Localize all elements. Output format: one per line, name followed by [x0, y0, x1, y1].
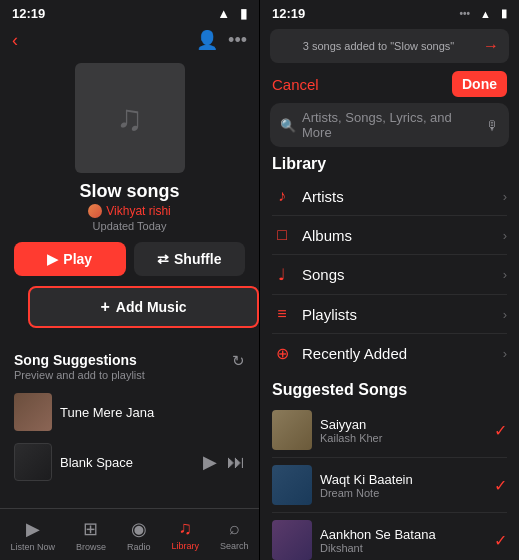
- search-input[interactable]: Artists, Songs, Lyrics, and More: [302, 110, 480, 140]
- battery-right-icon: ▮: [501, 7, 507, 20]
- right-status-bar: 12:19 ••• ▲ ▮: [260, 0, 519, 25]
- chevron-right-icon: ›: [503, 267, 507, 282]
- back-icon[interactable]: ‹: [12, 30, 18, 51]
- library-section: Library ♪ Artists › □ Albums › ♩ Songs ›…: [260, 155, 519, 373]
- action-buttons: ▶ Play ⇄ Shuffle: [0, 242, 259, 276]
- chevron-right-icon: ›: [503, 189, 507, 204]
- list-item: Tune Mere Jana: [14, 387, 245, 437]
- suggested-song-name: Aankhon Se Batana: [320, 527, 486, 542]
- author-avatar: [88, 204, 102, 218]
- check-icon[interactable]: ✓: [494, 421, 507, 440]
- list-item: Aankhon Se Batana Dikshant ✓: [272, 513, 507, 560]
- mic-icon[interactable]: 🎙: [486, 118, 499, 133]
- left-panel: 12:19 ▲ ▮ ‹ 👤 ••• ♫ Slow songs Vikhyat r…: [0, 0, 259, 560]
- play-button[interactable]: ▶ Play: [14, 242, 126, 276]
- suggestions-subtitle: Preview and add to playlist: [14, 369, 145, 381]
- radio-icon: ◉: [131, 518, 147, 540]
- song-name: Blank Space: [60, 455, 195, 470]
- list-item: Saiyyan Kailash Kher ✓: [272, 403, 507, 458]
- song-name: Tune Mere Jana: [60, 405, 245, 420]
- song-thumbnail: [14, 443, 52, 481]
- suggested-artist: Kailash Kher: [320, 432, 486, 444]
- shuffle-icon: ⇄: [157, 251, 169, 267]
- cancel-button[interactable]: Cancel: [272, 76, 319, 93]
- nav-item-library[interactable]: ♫ Library: [171, 518, 199, 551]
- plus-icon: +: [100, 298, 109, 316]
- library-item-artists[interactable]: ♪ Artists ›: [272, 177, 507, 216]
- recently-added-icon: ⊕: [272, 344, 292, 363]
- wifi-icon: ▲: [217, 6, 230, 21]
- playlist-updated: Updated Today: [0, 220, 259, 232]
- right-time: 12:19: [272, 6, 305, 21]
- playlist-author: Vikhyat rishi: [0, 204, 259, 218]
- playlists-icon: ≡: [272, 305, 292, 323]
- artists-icon: ♪: [272, 187, 292, 205]
- nav-item-browse[interactable]: ⊞ Browse: [76, 518, 106, 552]
- left-status-icons: ▲ ▮: [217, 6, 247, 21]
- suggested-song-name: Saiyyan: [320, 417, 486, 432]
- search-nav-icon: ⌕: [229, 518, 240, 539]
- listen-now-icon: ▶: [26, 518, 40, 540]
- battery-icon: ▮: [240, 6, 247, 21]
- library-section-label: Library: [272, 155, 507, 173]
- check-icon[interactable]: ✓: [494, 531, 507, 550]
- library-icon: ♫: [178, 518, 192, 539]
- cancel-done-bar: Cancel Done: [260, 67, 519, 103]
- suggested-thumb: [272, 410, 312, 450]
- check-icon[interactable]: ✓: [494, 476, 507, 495]
- suggested-song-name: Waqt Ki Baatein: [320, 472, 486, 487]
- suggestions-title: Song Suggestions: [14, 352, 145, 368]
- library-item-playlists[interactable]: ≡ Playlists ›: [272, 295, 507, 334]
- search-icon: 🔍: [280, 118, 296, 133]
- albums-icon: □: [272, 226, 292, 244]
- chevron-right-icon: ›: [503, 307, 507, 322]
- library-item-recently-added[interactable]: ⊕ Recently Added ›: [272, 334, 507, 373]
- notification-bar: 3 songs added to "Slow songs" →: [270, 29, 509, 63]
- library-item-albums[interactable]: □ Albums ›: [272, 216, 507, 255]
- arrow-right-icon: →: [483, 37, 499, 55]
- playlist-title: Slow songs: [0, 181, 259, 202]
- suggested-thumb: [272, 465, 312, 505]
- search-bar[interactable]: 🔍 Artists, Songs, Lyrics, and More 🎙: [270, 103, 509, 147]
- suggested-artist: Dikshant: [320, 542, 486, 554]
- nav-item-search[interactable]: ⌕ Search: [220, 518, 249, 551]
- chevron-right-icon: ›: [503, 228, 507, 243]
- more-icon[interactable]: •••: [228, 30, 247, 51]
- music-note-icon: ♫: [116, 97, 143, 139]
- browse-icon: ⊞: [83, 518, 98, 540]
- nav-item-listen-now[interactable]: ▶ Listen Now: [10, 518, 55, 552]
- dots-icon: •••: [460, 8, 471, 19]
- suggested-artist: Dream Note: [320, 487, 486, 499]
- song-list: Tune Mere Jana Blank Space ▶ ⏭: [0, 387, 259, 487]
- play-small-icon[interactable]: ▶: [203, 451, 217, 473]
- done-button[interactable]: Done: [452, 71, 507, 97]
- song-thumbnail: [14, 393, 52, 431]
- refresh-icon[interactable]: ↻: [232, 352, 245, 370]
- album-art: ♫: [75, 63, 185, 173]
- list-item: Blank Space ▶ ⏭: [14, 437, 245, 487]
- right-panel: 12:19 ••• ▲ ▮ 3 songs added to "Slow son…: [259, 0, 519, 560]
- notification-text: 3 songs added to "Slow songs": [280, 40, 477, 52]
- shuffle-button[interactable]: ⇄ Shuffle: [134, 242, 246, 276]
- nav-item-radio[interactable]: ◉ Radio: [127, 518, 151, 552]
- left-nav-bar: ‹ 👤 •••: [0, 25, 259, 55]
- play-icon: ▶: [47, 251, 58, 267]
- left-status-bar: 12:19 ▲ ▮: [0, 0, 259, 25]
- chevron-right-icon: ›: [503, 346, 507, 361]
- suggested-section-label: Suggested Songs: [272, 381, 507, 399]
- list-item: Waqt Ki Baatein Dream Note ✓: [272, 458, 507, 513]
- library-item-songs[interactable]: ♩ Songs ›: [272, 255, 507, 295]
- songs-icon: ♩: [272, 265, 292, 284]
- right-status-icons: ••• ▲ ▮: [460, 7, 507, 20]
- suggested-section: Suggested Songs Saiyyan Kailash Kher ✓ W…: [260, 377, 519, 560]
- left-time: 12:19: [12, 6, 45, 21]
- song-suggestions-header: Song Suggestions Preview and add to play…: [0, 352, 259, 387]
- user-icon[interactable]: 👤: [196, 29, 218, 51]
- song-controls: ▶ ⏭: [203, 451, 245, 473]
- skip-icon[interactable]: ⏭: [227, 452, 245, 473]
- bottom-nav: ▶ Listen Now ⊞ Browse ◉ Radio ♫ Library …: [0, 508, 259, 560]
- suggested-thumb: [272, 520, 312, 560]
- add-music-button[interactable]: + Add Music: [28, 286, 259, 328]
- wifi-right-icon: ▲: [480, 8, 491, 20]
